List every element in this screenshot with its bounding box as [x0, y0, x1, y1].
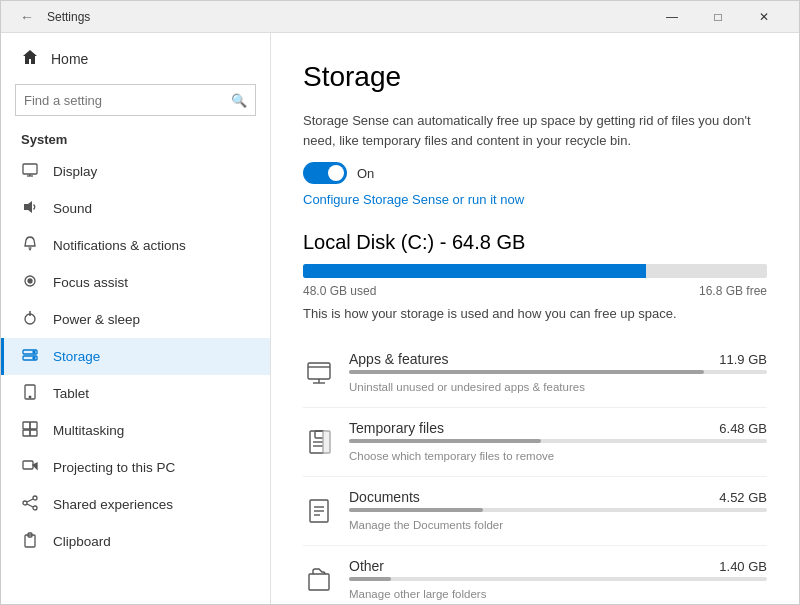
svg-rect-37 [323, 431, 330, 453]
storage-item-name: Temporary files [349, 420, 444, 436]
sidebar-item-focus[interactable]: Focus assist [1, 264, 270, 301]
toggle-knob [328, 165, 344, 181]
sidebar-item-projecting[interactable]: Projecting to this PC [1, 449, 270, 486]
sidebar-item-clipboard[interactable]: Clipboard [1, 523, 270, 560]
minimize-button[interactable]: — [649, 1, 695, 33]
clipboard-icon [21, 532, 39, 551]
svg-line-24 [27, 499, 33, 502]
sidebar: Home 🔍 System Display [1, 33, 271, 604]
svg-rect-20 [23, 461, 33, 469]
maximize-button[interactable]: □ [695, 1, 741, 33]
settings-window: ← Settings — □ ✕ Home 🔍 System [0, 0, 800, 605]
storage-item-bar-fill [349, 439, 541, 443]
svg-rect-28 [308, 363, 330, 379]
storage-item[interactable]: Apps & features 11.9 GB Uninstall unused… [303, 339, 767, 408]
storage-item-bar-fill [349, 577, 391, 581]
storage-item-name: Other [349, 558, 384, 574]
disk-title: Local Disk (C:) - 64.8 GB [303, 231, 767, 254]
storage-item-desc: Choose which temporary files to remove [349, 450, 554, 462]
free-label: 16.8 GB free [699, 284, 767, 298]
svg-point-13 [33, 357, 35, 359]
svg-point-22 [23, 501, 27, 505]
storage-item-bar [349, 370, 767, 374]
used-label: 48.0 GB used [303, 284, 376, 298]
svg-line-25 [27, 504, 33, 507]
sidebar-item-projecting-label: Projecting to this PC [53, 460, 175, 475]
storage-item-size: 11.9 GB [719, 352, 767, 367]
storage-item[interactable]: Documents 4.52 GB Manage the Documents f… [303, 477, 767, 546]
sidebar-item-sound-label: Sound [53, 201, 92, 216]
close-button[interactable]: ✕ [741, 1, 787, 33]
notifications-icon [21, 236, 39, 255]
content-area: Home 🔍 System Display [1, 33, 799, 604]
sidebar-item-clipboard-label: Clipboard [53, 534, 111, 549]
disk-note: This is how your storage is used and how… [303, 306, 767, 321]
search-input[interactable] [24, 93, 231, 108]
storage-item-size: 1.40 GB [719, 559, 767, 574]
storage-item-icon [303, 495, 335, 527]
sidebar-item-multitasking[interactable]: Multitasking [1, 412, 270, 449]
sidebar-item-notifications[interactable]: Notifications & actions [1, 227, 270, 264]
svg-rect-16 [23, 422, 30, 429]
power-icon [21, 310, 39, 329]
svg-rect-42 [309, 574, 329, 590]
storage-sense-toggle[interactable] [303, 162, 347, 184]
sidebar-section-label: System [1, 128, 270, 151]
storage-icon [21, 347, 39, 366]
sidebar-item-power[interactable]: Power & sleep [1, 301, 270, 338]
svg-rect-0 [23, 164, 37, 174]
storage-item-info: Temporary files 6.48 GB Choose which tem… [349, 420, 767, 464]
svg-marker-3 [24, 201, 32, 213]
svg-rect-17 [30, 422, 37, 429]
sound-icon [21, 199, 39, 218]
disk-bar-container [303, 264, 767, 278]
sidebar-item-shared-label: Shared experiences [53, 497, 173, 512]
home-icon [21, 49, 39, 68]
titlebar: ← Settings — □ ✕ [1, 1, 799, 33]
sidebar-item-sound[interactable]: Sound [1, 190, 270, 227]
tablet-icon [21, 384, 39, 403]
toggle-label: On [357, 166, 374, 181]
storage-item-name: Documents [349, 489, 420, 505]
sidebar-item-focus-label: Focus assist [53, 275, 128, 290]
configure-link[interactable]: Configure Storage Sense or run it now [303, 192, 767, 207]
storage-item[interactable]: Temporary files 6.48 GB Choose which tem… [303, 408, 767, 477]
storage-sense-desc: Storage Sense can automatically free up … [303, 111, 767, 150]
main-panel: Storage Storage Sense can automatically … [271, 33, 799, 604]
sidebar-item-shared[interactable]: Shared experiences [1, 486, 270, 523]
storage-item-desc: Manage other large folders [349, 588, 486, 600]
storage-item-bar [349, 439, 767, 443]
storage-item-bar [349, 508, 767, 512]
svg-rect-18 [23, 430, 30, 436]
storage-item-name: Apps & features [349, 351, 449, 367]
focus-icon [21, 273, 39, 292]
storage-item[interactable]: Other 1.40 GB Manage other large folders [303, 546, 767, 604]
search-icon: 🔍 [231, 93, 247, 108]
sidebar-item-tablet-label: Tablet [53, 386, 89, 401]
disk-stats: 48.0 GB used 16.8 GB free [303, 284, 767, 298]
sidebar-item-storage[interactable]: Storage [1, 338, 270, 375]
home-label: Home [51, 51, 88, 67]
sidebar-item-display[interactable]: Display [1, 153, 270, 190]
projecting-icon [21, 458, 39, 477]
storage-item-desc: Uninstall unused or undesired apps & fea… [349, 381, 585, 393]
storage-item-desc: Manage the Documents folder [349, 519, 503, 531]
search-box[interactable]: 🔍 [15, 84, 256, 116]
storage-item-bar-fill [349, 370, 704, 374]
svg-point-7 [28, 279, 32, 283]
sidebar-item-storage-label: Storage [53, 349, 100, 364]
storage-item-icon [303, 357, 335, 389]
back-button[interactable]: ← [13, 3, 41, 31]
multitasking-icon [21, 421, 39, 440]
display-icon [21, 162, 39, 181]
storage-item-info: Apps & features 11.9 GB Uninstall unused… [349, 351, 767, 395]
storage-item-bar-fill [349, 508, 483, 512]
sidebar-item-home[interactable]: Home [1, 41, 270, 76]
storage-item-size: 4.52 GB [719, 490, 767, 505]
sidebar-item-display-label: Display [53, 164, 97, 179]
sidebar-item-notifications-label: Notifications & actions [53, 238, 186, 253]
svg-point-12 [33, 351, 35, 353]
sidebar-item-tablet[interactable]: Tablet [1, 375, 270, 412]
sidebar-item-multitasking-label: Multitasking [53, 423, 124, 438]
svg-point-15 [29, 396, 31, 398]
